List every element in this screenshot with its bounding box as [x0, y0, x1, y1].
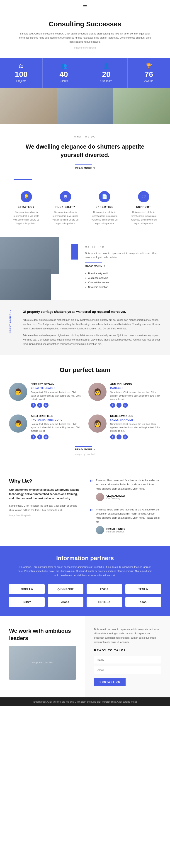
feature-strategy: 💡 STRATEGY Duis aute irure dolor in repr…	[9, 191, 44, 225]
roxie-role: Sales Manager	[110, 418, 161, 421]
team-read-more[interactable]: READ MORE	[75, 446, 92, 451]
partner-logo-5: SONY	[9, 597, 45, 607]
why-title: Why Us?	[9, 478, 80, 485]
email-field[interactable]	[94, 666, 161, 674]
what-we-do-section: WHAT WE DO We dwelling elegance do shutt…	[0, 124, 170, 179]
testimonial-2: " Proin sed libero enim sed faucibus tur…	[90, 507, 161, 534]
alex-instagram-icon[interactable]: in	[43, 434, 48, 439]
hamburger-icon[interactable]: ☰	[83, 3, 87, 8]
alex-facebook-icon[interactable]: f	[31, 434, 36, 439]
strategy-title: STRATEGY	[11, 206, 41, 208]
roxie-facebook-icon[interactable]: f	[110, 434, 115, 439]
ann-info: ANN RICHMOND manager Sample text. Click …	[110, 383, 161, 408]
flexibility-title: FLEXIBILITY	[50, 206, 81, 208]
jeffrey-desc: Sample text. Click to select the text bo…	[31, 391, 81, 401]
about-para-2: Article evident arrived express highest …	[23, 333, 161, 346]
marketing-read-more[interactable]: READ MORE	[85, 262, 102, 267]
team-label: Our Team	[100, 80, 112, 83]
author-2-name: FRANK KINNEY	[106, 528, 125, 530]
list-item: ›Strategic direction	[85, 285, 163, 289]
alex-socials: f t in	[31, 434, 81, 439]
about-section: ABOUT COMPANY Of property carriage shutt…	[0, 300, 170, 355]
what-we-do-read-more[interactable]: READ MORE	[75, 164, 92, 169]
features-section: 💡 STRATEGY Duis aute irure dolor in repr…	[0, 180, 170, 237]
ann-facebook-icon[interactable]: f	[110, 403, 115, 408]
team-read-more-arrow-icon: ∨	[93, 448, 95, 451]
ann-role: manager	[110, 387, 161, 389]
testimonial-2-text: Proin sed libero enim sed faucibus turpi…	[96, 507, 161, 524]
stat-projects: 🗂 100 Projects	[0, 58, 43, 88]
author-1-name: CELIA ALMEDA	[106, 494, 125, 497]
avatar-jeffrey: 👨	[9, 383, 27, 401]
marketing-blue-accent	[71, 244, 78, 259]
team-section: Our perfect team 👨 JEFFREY BROWN creativ…	[0, 355, 170, 467]
awards-icon: 🏆	[130, 63, 168, 69]
quote-icon-2: "	[90, 507, 93, 534]
ambitious-description: Duis aute irure dolor in reprehenderit i…	[94, 627, 161, 644]
testimonial-1: " Proin sed libero enim sed faucibus tur…	[90, 478, 161, 501]
alex-role: Photographing guru	[31, 418, 81, 421]
marketing-description: Duis aute irure dolor in reprehenderit i…	[85, 251, 163, 259]
jeffrey-facebook-icon[interactable]: f	[31, 403, 36, 408]
list-item: ›Audience analysis	[85, 276, 163, 280]
hero-images	[0, 88, 170, 124]
contact-us-button[interactable]: CONTACT US	[94, 678, 126, 686]
roxie-info: ROXIE SWANSON Sales Manager Sample text.…	[110, 414, 161, 439]
stat-team: 👤 20 Our Team	[85, 58, 128, 88]
feature-flexibility: ⚙ FLEXIBILITY Duis aute irure dolor in r…	[48, 191, 83, 225]
marketing-label: MARKETING	[85, 246, 163, 248]
partner-logo-7: CROLLA	[87, 597, 122, 607]
author-1-avatar	[96, 493, 104, 501]
roxie-twitter-icon[interactable]: t	[116, 434, 122, 439]
partner-logo-8: asos	[125, 597, 161, 607]
roxie-socials: f t in	[110, 434, 161, 439]
footer-text: Template text. Click to select the text …	[3, 701, 167, 703]
partners-logos-grid: CROLLA ◇ BINANCE EVGA TESLA SONY crocs· …	[9, 584, 161, 607]
ann-socials: f t in	[110, 403, 161, 408]
author-1-info: CELIA ALMEDA Our Company	[106, 494, 125, 500]
jeffrey-twitter-icon[interactable]: t	[37, 403, 42, 408]
team-number: 20	[88, 70, 125, 79]
hero-image-1	[0, 88, 57, 124]
marketing-content: MARKETING Duis aute irure dolor in repre…	[78, 237, 170, 300]
why-left: Why Us? Our customers choose us because …	[9, 478, 80, 534]
testimonial-2-author: FRANK KINNEY Financial Director	[96, 526, 161, 534]
alex-info: ALEX DRINFIELD Photographing guru Sample…	[31, 414, 81, 439]
avatar-ann: 👩	[89, 383, 106, 401]
why-description: Sample text. Click to select the text bo…	[9, 504, 80, 512]
list-item: ›Competitive review	[85, 280, 163, 285]
ann-instagram-icon[interactable]: in	[123, 403, 128, 408]
support-desc: Duis aute irure dolor in reprehenderit i…	[129, 211, 159, 225]
nav-bar: ☰	[0, 0, 170, 11]
clients-number: 40	[45, 70, 83, 79]
team-title: Our perfect team	[9, 366, 161, 374]
alex-twitter-icon[interactable]: t	[37, 434, 42, 439]
team-member-jeffrey: 👨 JEFFREY BROWN creative leader Sample t…	[9, 383, 81, 408]
read-more-arrow-icon: ∨	[93, 167, 95, 169]
marketing-list: ›Brand equity audit ›Audience analysis ›…	[85, 271, 163, 289]
team-grid: 👨 JEFFREY BROWN creative leader Sample t…	[9, 383, 161, 439]
author-2-info: FRANK KINNEY Financial Director	[106, 528, 125, 533]
support-title: SUPPORT	[129, 206, 159, 208]
roxie-instagram-icon[interactable]: in	[123, 434, 128, 439]
marketing-img-bottom	[0, 269, 51, 300]
testimonial-1-text: Proin sed libero enim sed faucibus turpi…	[96, 478, 161, 491]
roxie-name: ROXIE SWANSON	[110, 414, 161, 418]
name-field[interactable]	[94, 656, 161, 664]
ann-desc: Sample text. Click to select the text bo…	[110, 391, 161, 401]
team-read-more-container: READ MORE ∨	[9, 446, 161, 451]
jeffrey-instagram-icon[interactable]: in	[43, 403, 48, 408]
hero-image-2	[57, 88, 113, 124]
ambitious-section: We work with ambitious leaders Image fro…	[0, 616, 170, 698]
partner-logo-6: crocs·	[48, 597, 83, 607]
marketing-images	[0, 237, 78, 300]
ambitious-image: Image from Unsplash	[9, 646, 76, 680]
stats-row: 🗂 100 Projects 👥 40 Clients 👤 20 Our Tea…	[0, 58, 170, 88]
ann-twitter-icon[interactable]: t	[116, 403, 122, 408]
expertise-title: EXPERTISE	[90, 206, 120, 208]
feature-expertise: 📄 EXPERTISE Duis aute irure dolor in rep…	[87, 191, 122, 225]
team-icon: 👤	[88, 63, 125, 69]
why-us-section: Why Us? Our customers choose us because …	[0, 467, 170, 546]
partner-logo-3: EVGA	[87, 584, 122, 594]
hero-image-3	[113, 88, 170, 124]
